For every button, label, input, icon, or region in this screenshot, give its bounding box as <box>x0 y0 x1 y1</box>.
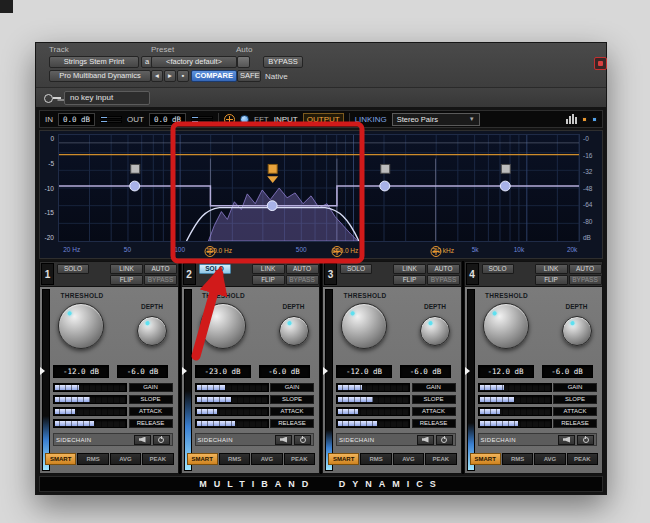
sidechain-listen-button[interactable] <box>417 435 434 445</box>
sidechain-power-button[interactable] <box>153 435 170 445</box>
release-slider[interactable] <box>53 419 127 428</box>
key-input-selector[interactable]: no key input <box>64 91 150 105</box>
band2-gain-handle[interactable] <box>268 164 277 173</box>
band-auto-button[interactable]: AUTO <box>286 264 319 274</box>
slope-slider[interactable] <box>195 395 269 404</box>
depth-value[interactable]: -6.0 dB <box>259 365 310 378</box>
threshold-value[interactable]: -12.0 dB <box>53 365 109 378</box>
band-bypass-button[interactable]: BYPASS <box>427 275 460 285</box>
mode-smart-button[interactable]: SMART <box>45 453 76 465</box>
mode-rms-button[interactable]: RMS <box>360 453 391 465</box>
sidechain-power-button[interactable] <box>577 435 594 445</box>
band-solo-button[interactable]: SOLO <box>482 264 514 274</box>
crossover-freq-readout[interactable]: 3.0 kHz <box>431 246 442 257</box>
threshold-value[interactable]: -12.0 dB <box>478 365 534 378</box>
threshold-knob[interactable] <box>58 303 104 349</box>
sidechain-listen-button[interactable] <box>558 435 575 445</box>
depth-value[interactable]: -6.0 dB <box>542 365 593 378</box>
mode-rms-button[interactable]: RMS <box>219 453 250 465</box>
release-slider[interactable] <box>336 419 410 428</box>
band2-threshold-handle[interactable] <box>267 201 277 211</box>
band1-gain-handle[interactable] <box>131 164 140 173</box>
band-handle-icon[interactable] <box>240 115 249 124</box>
mode-peak-button[interactable]: PEAK <box>284 453 315 465</box>
mode-smart-button[interactable]: SMART <box>470 453 501 465</box>
band-link-button[interactable]: LINK <box>110 264 143 274</box>
fft-toggle[interactable]: FFT <box>254 115 269 124</box>
gain-slider[interactable] <box>478 383 552 392</box>
release-slider[interactable] <box>195 419 269 428</box>
mode-avg-button[interactable]: AVG <box>393 453 424 465</box>
mode-avg-button[interactable]: AVG <box>534 453 565 465</box>
preset-prev-button[interactable]: ◂ <box>151 70 163 82</box>
sidechain-power-button[interactable] <box>436 435 453 445</box>
output-view-toggle[interactable]: OUTPUT <box>303 113 344 126</box>
band-link-button[interactable]: LINK <box>393 264 426 274</box>
release-slider[interactable] <box>478 419 552 428</box>
mode-avg-button[interactable]: AVG <box>110 453 141 465</box>
mode-rms-button[interactable]: RMS <box>77 453 108 465</box>
band-flip-button[interactable]: FLIP <box>535 275 568 285</box>
attack-slider[interactable] <box>478 407 552 416</box>
band-link-button[interactable]: LINK <box>252 264 285 274</box>
depth-knob[interactable] <box>279 316 309 346</box>
preset-next-button[interactable]: ▸ <box>164 70 176 82</box>
depth-value[interactable]: -6.0 dB <box>117 365 168 378</box>
gain-slider[interactable] <box>195 383 269 392</box>
mode-peak-button[interactable]: PEAK <box>567 453 598 465</box>
slope-slider[interactable] <box>336 395 410 404</box>
frequency-plot[interactable] <box>58 134 580 242</box>
track-selector-button[interactable]: Strings Stem Print <box>49 56 139 68</box>
preset-menu-button[interactable]: ▪ <box>177 70 189 82</box>
linking-label[interactable]: LINKING <box>355 115 387 124</box>
band-flip-button[interactable]: FLIP <box>393 275 426 285</box>
gain-slider[interactable] <box>336 383 410 392</box>
band-solo-button[interactable]: SOLO <box>199 264 231 274</box>
automation-icon-button[interactable] <box>237 56 250 68</box>
band-solo-button[interactable]: SOLO <box>57 264 89 274</box>
threshold-knob[interactable] <box>200 303 246 349</box>
in-value[interactable]: 0.0 dB <box>58 113 95 126</box>
crossover-freq-readout[interactable]: 800.0 Hz <box>331 246 342 257</box>
bypass-button[interactable]: BYPASS <box>263 56 303 68</box>
preset-selector-button[interactable]: <factory default> <box>151 56 237 68</box>
depth-knob[interactable] <box>420 316 450 346</box>
target-button[interactable] <box>594 57 607 70</box>
band-solo-button[interactable]: SOLO <box>340 264 372 274</box>
input-view-toggle[interactable]: INPUT <box>274 115 298 124</box>
band-auto-button[interactable]: AUTO <box>144 264 177 274</box>
band-flip-button[interactable]: FLIP <box>110 275 143 285</box>
sidechain-listen-button[interactable] <box>134 435 151 445</box>
depth-knob[interactable] <box>137 316 167 346</box>
band-link-button[interactable]: LINK <box>535 264 568 274</box>
mode-peak-button[interactable]: PEAK <box>142 453 173 465</box>
crossover-freq-readout[interactable]: 150.0 Hz <box>205 246 216 257</box>
band4-gain-handle[interactable] <box>501 164 510 173</box>
sidechain-power-button[interactable] <box>294 435 311 445</box>
mode-rms-button[interactable]: RMS <box>502 453 533 465</box>
band-bypass-button[interactable]: BYPASS <box>569 275 602 285</box>
out-value[interactable]: 0.0 dB <box>149 113 186 126</box>
mode-peak-button[interactable]: PEAK <box>425 453 456 465</box>
band-auto-button[interactable]: AUTO <box>427 264 460 274</box>
band-bypass-button[interactable]: BYPASS <box>144 275 177 285</box>
band1-threshold-handle[interactable] <box>130 181 140 191</box>
threshold-value[interactable]: -23.0 dB <box>195 365 251 378</box>
depth-value[interactable]: -6.0 dB <box>400 365 451 378</box>
band-bypass-button[interactable]: BYPASS <box>286 275 319 285</box>
attack-slider[interactable] <box>336 407 410 416</box>
mode-avg-button[interactable]: AVG <box>251 453 282 465</box>
band4-threshold-handle[interactable] <box>500 181 510 191</box>
channel-mode-select[interactable]: Stereo Pairs ▼ <box>392 113 480 126</box>
crosshair-icon[interactable] <box>224 114 235 125</box>
band3-threshold-handle[interactable] <box>380 181 390 191</box>
threshold-value[interactable]: -12.0 dB <box>336 365 392 378</box>
band3-gain-handle[interactable] <box>381 164 390 173</box>
band-auto-button[interactable]: AUTO <box>569 264 602 274</box>
sidechain-listen-button[interactable] <box>275 435 292 445</box>
compare-button[interactable]: COMPARE <box>191 70 237 82</box>
gain-slider[interactable] <box>53 383 127 392</box>
plugin-selector-button[interactable]: Pro Multiband Dynamics <box>49 70 151 82</box>
safe-button[interactable]: SAFE <box>237 70 261 82</box>
band-flip-button[interactable]: FLIP <box>252 275 285 285</box>
